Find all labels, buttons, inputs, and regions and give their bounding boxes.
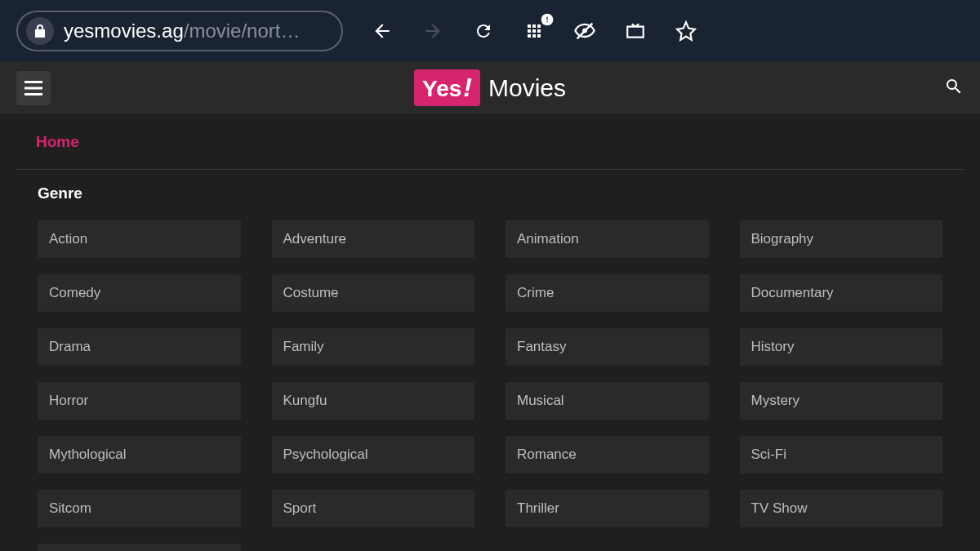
genre-item[interactable]: Romance (506, 436, 709, 473)
privacy-eye-icon[interactable] (573, 20, 596, 42)
genre-item[interactable]: Sport (272, 490, 475, 527)
genre-item[interactable]: TV Show (740, 490, 943, 527)
genre-item[interactable]: Comedy (38, 274, 241, 312)
breadcrumb: Home (16, 115, 964, 169)
tv-icon[interactable] (624, 20, 647, 42)
logo-badge-text: Yes (422, 76, 461, 102)
genre-item[interactable]: Action (38, 220, 241, 258)
genre-item[interactable]: Psychological (272, 436, 475, 473)
logo-text: Movies (488, 74, 566, 102)
url-text: yesmovies.ag/movie/nort… (64, 20, 300, 42)
main-content: Home Genre ActionAdventureAnimationBiogr… (0, 115, 980, 551)
logo-badge: Yes! (414, 69, 480, 106)
logo-exclaim: ! (463, 73, 472, 103)
back-icon[interactable] (371, 20, 394, 42)
genre-item[interactable]: Crime (506, 274, 709, 312)
genre-item[interactable]: Mythological (38, 436, 241, 473)
genre-item[interactable]: Musical (506, 382, 709, 420)
genre-title: Genre (38, 184, 942, 202)
forward-icon (421, 20, 444, 42)
genre-item[interactable]: Animation (506, 220, 709, 258)
url-bar[interactable]: yesmovies.ag/movie/nort… (16, 11, 343, 51)
apps-icon[interactable] (523, 20, 546, 42)
search-icon (944, 77, 964, 96)
genre-section: Genre ActionAdventureAnimationBiographyC… (16, 170, 964, 551)
hamburger-icon (24, 81, 42, 96)
menu-button[interactable] (16, 71, 51, 105)
genre-item[interactable]: Sitcom (38, 490, 241, 527)
genre-item[interactable]: Fantasy (506, 328, 709, 366)
genre-item[interactable]: War (38, 544, 241, 551)
breadcrumb-home[interactable]: Home (36, 133, 79, 150)
alert-badge-icon (541, 13, 554, 26)
site-logo[interactable]: Yes! Movies (414, 69, 566, 106)
toolbar-icons (371, 20, 697, 42)
url-path: /movie/nort… (184, 20, 301, 42)
genre-grid: ActionAdventureAnimationBiographyComedyC… (38, 220, 942, 551)
genre-item[interactable]: Documentary (740, 274, 943, 312)
genre-item[interactable]: Kungfu (272, 382, 475, 420)
genre-item[interactable]: Mystery (740, 382, 943, 420)
genre-item[interactable]: Thriller (506, 490, 709, 527)
lock-icon (26, 17, 54, 45)
genre-item[interactable]: Horror (38, 382, 241, 420)
site-header: Yes! Movies (0, 61, 980, 115)
genre-item[interactable]: Adventure (272, 220, 475, 258)
genre-item[interactable]: Sci-Fi (740, 436, 943, 473)
star-icon[interactable] (675, 20, 697, 42)
reload-icon[interactable] (472, 20, 495, 42)
genre-item[interactable]: History (740, 328, 943, 366)
genre-item[interactable]: Drama (38, 328, 241, 366)
browser-toolbar: yesmovies.ag/movie/nort… (0, 0, 980, 61)
genre-item[interactable]: Family (272, 328, 475, 366)
search-button[interactable] (944, 77, 964, 100)
genre-item[interactable]: Costume (272, 274, 475, 312)
genre-item[interactable]: Biography (740, 220, 943, 258)
url-domain: yesmovies.ag (64, 20, 184, 42)
